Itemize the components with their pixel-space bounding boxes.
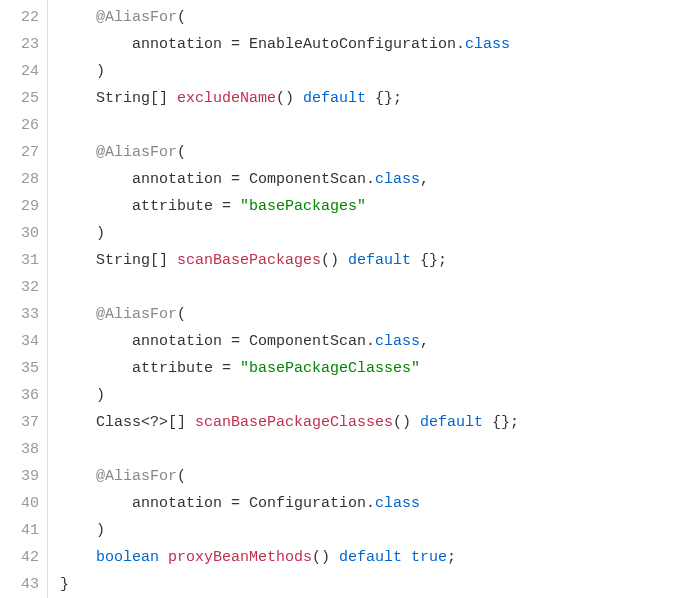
token-default: , [420,171,429,188]
line-number: 24 [4,58,39,85]
token-default: {}; [420,252,447,269]
code-line[interactable]: annotation = Configuration.class [60,490,685,517]
token-keyword: class [465,36,510,53]
line-number: 35 [4,355,39,382]
line-number: 33 [4,301,39,328]
token-keyword: class [375,333,420,350]
code-line[interactable]: @AliasFor( [60,301,685,328]
token-paren: () [312,549,339,566]
code-line[interactable]: Class<?>[] scanBasePackageClasses() defa… [60,409,685,436]
token-default: annotation [132,495,231,512]
code-line[interactable]: ) [60,220,685,247]
token-paren: () [393,414,420,431]
code-line[interactable]: @AliasFor( [60,463,685,490]
code-line[interactable] [60,112,685,139]
token-keyword: class [375,495,420,512]
code-line[interactable]: ) [60,58,685,85]
code-line[interactable]: annotation = ComponentScan.class, [60,328,685,355]
token-paren: ) [96,225,105,242]
token-method: scanBasePackages [177,252,321,269]
token-default: . [366,171,375,188]
line-number: 39 [4,463,39,490]
line-number: 28 [4,166,39,193]
token-method: proxyBeanMethods [168,549,312,566]
token-keyword: boolean [96,549,168,566]
token-string: "basePackageClasses" [240,360,420,377]
code-line[interactable]: annotation = ComponentScan.class, [60,166,685,193]
code-line[interactable] [60,274,685,301]
token-default: attribute [132,360,222,377]
line-number: 23 [4,31,39,58]
token-default: ; [447,549,456,566]
token-string: "basePackages" [240,198,366,215]
code-line[interactable]: @AliasFor( [60,4,685,31]
token-keyword: default [420,414,492,431]
line-number: 38 [4,436,39,463]
line-number: 37 [4,409,39,436]
token-default: <?>[] [141,414,195,431]
token-class: ComponentScan [249,171,366,188]
token-default: = [231,333,249,350]
token-default: , [420,333,429,350]
token-keyword: true [411,549,447,566]
token-default: [] [150,90,177,107]
token-default: {}; [492,414,519,431]
token-default: [] [150,252,177,269]
token-annotation: @AliasFor [96,468,177,485]
code-line[interactable]: @AliasFor( [60,139,685,166]
line-number: 41 [4,517,39,544]
token-method: excludeName [177,90,276,107]
code-line[interactable]: String[] scanBasePackages() default {}; [60,247,685,274]
code-line[interactable]: boolean proxyBeanMethods() default true; [60,544,685,571]
token-default: . [366,333,375,350]
line-number: 43 [4,571,39,598]
token-paren: ( [177,9,186,26]
token-paren: ) [96,522,105,539]
line-number: 34 [4,328,39,355]
token-class: ComponentScan [249,333,366,350]
code-editor-area[interactable]: @AliasFor(annotation = EnableAutoConfigu… [48,0,685,598]
code-line[interactable]: attribute = "basePackageClasses" [60,355,685,382]
line-number: 32 [4,274,39,301]
token-keyword: default [303,90,375,107]
token-keyword: default [348,252,420,269]
token-paren: ) [96,63,105,80]
token-paren: ( [177,306,186,323]
line-number: 36 [4,382,39,409]
token-default: = [231,171,249,188]
token-annotation: @AliasFor [96,306,177,323]
token-default: = [231,495,249,512]
token-default: } [60,576,69,593]
token-default: {}; [375,90,402,107]
token-class: String [96,252,150,269]
code-line[interactable]: ) [60,517,685,544]
code-line[interactable]: ) [60,382,685,409]
token-default: annotation [132,36,231,53]
token-annotation: @AliasFor [96,9,177,26]
line-number: 31 [4,247,39,274]
token-annotation: @AliasFor [96,144,177,161]
code-line[interactable]: } [60,571,685,598]
line-number-gutter: 2223242526272829303132333435363738394041… [0,0,48,598]
line-number: 40 [4,490,39,517]
line-number: 26 [4,112,39,139]
token-default: = [231,36,249,53]
token-paren: ) [96,387,105,404]
token-default: . [366,495,375,512]
token-keyword: default [339,549,411,566]
token-class: EnableAutoConfiguration [249,36,456,53]
token-default: . [456,36,465,53]
token-default: = [222,198,240,215]
line-number: 25 [4,85,39,112]
token-paren: () [321,252,348,269]
code-line[interactable]: String[] excludeName() default {}; [60,85,685,112]
token-class: Configuration [249,495,366,512]
token-default: annotation [132,171,231,188]
line-number: 22 [4,4,39,31]
line-number: 42 [4,544,39,571]
line-number: 30 [4,220,39,247]
code-line[interactable]: attribute = "basePackages" [60,193,685,220]
code-line[interactable] [60,436,685,463]
code-line[interactable]: annotation = EnableAutoConfiguration.cla… [60,31,685,58]
token-paren: ( [177,144,186,161]
